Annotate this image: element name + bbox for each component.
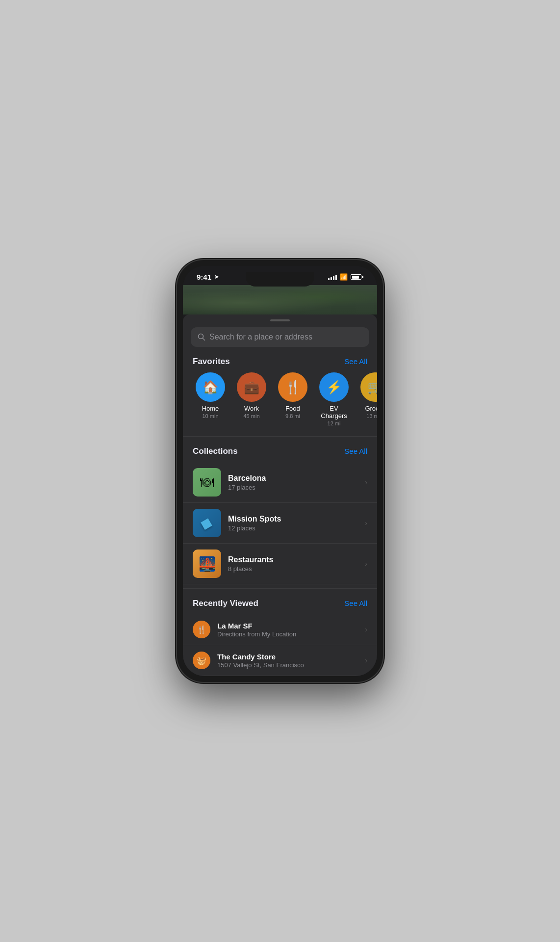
recently-viewed-title: Recently Viewed — [193, 599, 258, 608]
lamar-sub: Directions from My Location — [217, 630, 358, 638]
collection-item-barcelona[interactable]: Barcelona 17 places › — [183, 462, 377, 503]
time-display: 9:41 — [197, 273, 211, 281]
chevron-right-icon-2: › — [365, 519, 367, 527]
signal-icon — [328, 274, 337, 280]
candy-info: The Candy Store 1507 Vallejo St, San Fra… — [217, 653, 358, 669]
candy-name: The Candy Store — [217, 653, 358, 661]
chevron-right-icon: › — [365, 478, 367, 486]
collections-see-all[interactable]: See All — [344, 447, 367, 455]
location-icon: ➤ — [214, 274, 219, 280]
barcelona-count: 17 places — [228, 484, 358, 491]
recently-viewed-see-all[interactable]: See All — [344, 599, 367, 607]
work-sub: 45 min — [243, 413, 259, 419]
restaurants-count: 8 places — [228, 565, 358, 573]
recently-viewed-header: Recently Viewed See All — [183, 597, 377, 614]
food-sub: 9.8 mi — [285, 413, 300, 419]
grocery-sub: 13 m… — [366, 413, 377, 419]
search-bar[interactable]: Search for a place or address — [191, 327, 369, 347]
barcelona-name: Barcelona — [228, 474, 358, 483]
search-icon — [198, 333, 205, 341]
lamar-icon: 🍴 — [193, 621, 210, 638]
search-placeholder: Search for a place or address — [209, 333, 312, 341]
chevron-right-icon-4: › — [365, 626, 367, 633]
favorite-item-grocery[interactable]: 🛒 Groc… 13 m… — [357, 372, 377, 426]
work-label: Work — [244, 405, 259, 412]
svg-line-1 — [203, 339, 205, 340]
food-icon: 🍴 — [278, 372, 307, 402]
ev-label: EV Chargers — [316, 405, 352, 419]
collection-item-restaurants[interactable]: Restaurants 8 places › — [183, 544, 377, 584]
restaurants-info: Restaurants 8 places — [228, 555, 358, 573]
chevron-right-icon-5: › — [365, 656, 367, 664]
divider-1 — [183, 436, 377, 437]
candy-icon: 🧺 — [193, 652, 210, 669]
mission-thumbnail — [193, 509, 221, 537]
favorites-scroll: 🏠 Home 10 min 💼 Work 45 min 🍴 Food 9.8 m… — [183, 372, 377, 436]
grocery-label: Groc… — [365, 405, 377, 412]
battery-icon — [351, 274, 363, 280]
barcelona-info: Barcelona 17 places — [228, 474, 358, 491]
status-right: 📶 — [328, 273, 363, 281]
favorite-item-work[interactable]: 💼 Work 45 min — [234, 372, 269, 426]
mission-info: Mission Spots 12 places — [228, 515, 358, 532]
sheet-handle[interactable] — [270, 319, 290, 321]
home-label: Home — [202, 405, 219, 412]
favorite-item-food[interactable]: 🍴 Food 9.8 mi — [275, 372, 310, 426]
wifi-icon: 📶 — [340, 273, 348, 281]
phone-screen: 9:41 ➤ 📶 — [183, 266, 377, 676]
restaurants-thumbnail — [193, 550, 221, 578]
divider-2 — [183, 588, 377, 589]
favorites-title: Favorites — [193, 357, 230, 366]
food-label: Food — [285, 405, 300, 412]
chevron-right-icon-3: › — [365, 560, 367, 568]
favorite-item-home[interactable]: 🏠 Home 10 min — [193, 372, 228, 426]
collections-title: Collections — [193, 446, 238, 456]
barcelona-thumbnail — [193, 468, 221, 497]
phone-frame: 9:41 ➤ 📶 — [177, 260, 383, 682]
candy-sub: 1507 Vallejo St, San Francisco — [217, 661, 358, 669]
ev-icon: ⚡ — [319, 372, 349, 402]
favorites-section-header: Favorites See All — [183, 355, 377, 372]
collection-item-mission[interactable]: Mission Spots 12 places › — [183, 503, 377, 544]
lamar-name: La Mar SF — [217, 622, 358, 630]
recent-item-lamar[interactable]: 🍴 La Mar SF Directions from My Location … — [183, 614, 377, 645]
map-background[interactable] — [183, 285, 377, 314]
lamar-info: La Mar SF Directions from My Location — [217, 622, 358, 638]
recent-item-candy[interactable]: 🧺 The Candy Store 1507 Vallejo St, San F… — [183, 645, 377, 676]
favorites-see-all[interactable]: See All — [344, 357, 367, 366]
ev-sub: 12 mi — [328, 420, 341, 426]
home-sub: 10 min — [202, 413, 218, 419]
notch — [246, 272, 314, 287]
mission-name: Mission Spots — [228, 515, 358, 523]
bottom-sheet: Search for a place or address Favorites … — [183, 314, 377, 676]
restaurants-name: Restaurants — [228, 555, 358, 564]
mission-count: 12 places — [228, 524, 358, 532]
work-icon: 💼 — [237, 372, 266, 402]
favorite-item-ev[interactable]: ⚡ EV Chargers 12 mi — [316, 372, 352, 426]
grocery-icon: 🛒 — [360, 372, 377, 402]
collections-section-header: Collections See All — [183, 445, 377, 462]
home-icon: 🏠 — [196, 372, 225, 402]
status-left: 9:41 ➤ — [197, 273, 219, 281]
